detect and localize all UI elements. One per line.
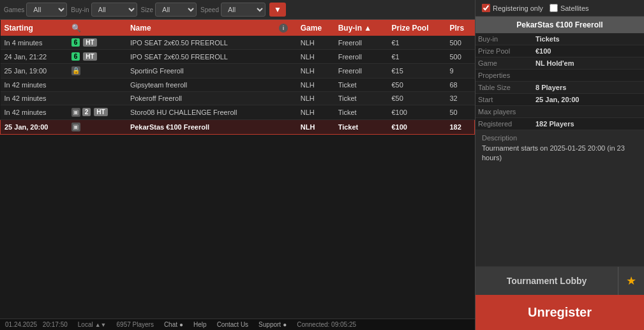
cell-prize: €1 bbox=[387, 36, 446, 50]
cell-prize: €50 bbox=[387, 92, 446, 105]
arrow-icon: ▲▼ bbox=[95, 322, 107, 328]
cell-badges bbox=[68, 92, 126, 105]
cell-info bbox=[275, 120, 297, 135]
col-buyin[interactable]: Buy-in ▲ bbox=[334, 20, 388, 36]
cell-game: NLH bbox=[297, 64, 334, 79]
cell-name: IPO SEAT 2x€0.50 FREEROLL bbox=[126, 36, 275, 50]
cell-info bbox=[275, 64, 297, 79]
badge-ht: HT bbox=[83, 52, 96, 61]
details-table: Buy-in Tickets Prize Pool €100 Game NL H… bbox=[476, 33, 644, 130]
badge-ht: HT bbox=[83, 38, 96, 47]
cell-plrs: 500 bbox=[446, 50, 474, 64]
col-starting: Starting bbox=[1, 20, 68, 36]
connected-status: Connected: 09:05:25 bbox=[297, 321, 356, 328]
description-text: Tournament starts on 2025-01-25 20:00 (i… bbox=[482, 144, 638, 163]
size-filter-group: Size All 2-max 6-max 8-max bbox=[141, 3, 197, 17]
table-row[interactable]: In 42 minutes ▣ 2 HT Storo08 HU CHALLENG… bbox=[1, 105, 475, 120]
tournaments-table-container: Starting 🔍 Name i Game Buy-in ▲ Prize Po… bbox=[0, 20, 475, 319]
cell-game: NLH bbox=[297, 105, 334, 120]
cell-name: Pokeroff Freeroll bbox=[126, 92, 275, 105]
detail-value-buyin: Tickets bbox=[533, 33, 644, 45]
date-time: 01.24.2025 20:17:50 bbox=[5, 321, 68, 328]
description-section: Description Tournament starts on 2025-01… bbox=[476, 130, 644, 167]
chat-icon: ● bbox=[179, 321, 183, 328]
detail-label-tablesize: Table Size bbox=[476, 82, 533, 94]
games-filter-group: Games All NLH PLO Mixed bbox=[4, 3, 67, 17]
cell-prize: €100 bbox=[387, 105, 446, 120]
table-row-selected[interactable]: 25 Jan, 20:00 ▣ PekarStas €100 Freeroll … bbox=[1, 120, 475, 135]
table-row[interactable]: 25 Jan, 19:00 🔒 SportinG Freeroll NLH Fr… bbox=[1, 64, 475, 79]
cell-plrs: 9 bbox=[446, 64, 474, 79]
satellites-checkbox-label[interactable]: Satellites bbox=[550, 4, 589, 12]
cell-game: NLH bbox=[297, 50, 334, 64]
chat-link[interactable]: Chat ● bbox=[164, 321, 183, 328]
filter-button[interactable]: ▼ bbox=[269, 3, 286, 17]
cell-starting: In 4 minutes bbox=[1, 36, 68, 50]
cell-badges: ▣ 2 HT bbox=[68, 105, 126, 120]
info-icon[interactable]: i bbox=[279, 24, 288, 33]
favorite-star-button[interactable]: ★ bbox=[618, 267, 644, 295]
tournament-lobby-button[interactable]: Tournament Lobby bbox=[476, 267, 618, 295]
games-select[interactable]: All NLH PLO Mixed bbox=[26, 3, 67, 17]
table-row[interactable]: In 42 minutes Gipsyteam freeroll NLH Tic… bbox=[1, 79, 475, 92]
support-link[interactable]: Support ● bbox=[258, 321, 287, 328]
filter-bar: Games All NLH PLO Mixed Buy-in All Freer… bbox=[0, 0, 475, 20]
tournament-title: PekarStas €100 Freeroll bbox=[476, 17, 644, 33]
detail-value-tablesize: 8 Players bbox=[533, 82, 644, 94]
buyin-filter-group: Buy-in All Freeroll Ticket €1-€10 bbox=[71, 3, 137, 17]
cell-buyin: Ticket bbox=[334, 92, 388, 105]
cell-badges: 6 HT bbox=[68, 36, 126, 50]
cell-badges bbox=[68, 79, 126, 92]
cell-starting: In 42 minutes bbox=[1, 92, 68, 105]
screen-icon: ▣ bbox=[71, 123, 80, 131]
games-label: Games bbox=[4, 6, 24, 13]
buyin-select[interactable]: All Freeroll Ticket €1-€10 bbox=[91, 3, 137, 17]
col-info[interactable]: i bbox=[275, 20, 297, 36]
cell-buyin: Freeroll bbox=[334, 36, 388, 50]
detail-row-properties: Properties bbox=[476, 70, 644, 82]
cell-info bbox=[275, 92, 297, 105]
cell-badges: 6 HT bbox=[68, 50, 126, 64]
cell-info bbox=[275, 50, 297, 64]
cell-buyin: Freeroll bbox=[334, 50, 388, 64]
help-link[interactable]: Help bbox=[193, 321, 207, 328]
cell-plrs: 50 bbox=[446, 105, 474, 120]
satellites-label: Satellites bbox=[560, 4, 589, 12]
cell-plrs: 68 bbox=[446, 79, 474, 92]
detail-label-buyin: Buy-in bbox=[476, 33, 533, 45]
cell-info bbox=[275, 105, 297, 120]
col-search[interactable]: 🔍 bbox=[68, 20, 126, 36]
badge-6: 6 bbox=[71, 52, 80, 61]
registering-only-checkbox-label[interactable]: Registering only bbox=[482, 4, 543, 12]
cell-plrs: 32 bbox=[446, 92, 474, 105]
cell-plrs: 500 bbox=[446, 36, 474, 50]
lock-icon: 🔒 bbox=[71, 66, 80, 75]
cell-game: NLH bbox=[297, 36, 334, 50]
speed-filter-group: Speed All Normal Turbo Hyper bbox=[200, 3, 266, 17]
detail-row-maxplayers: Max players bbox=[476, 106, 644, 118]
cell-game: NLH bbox=[297, 120, 334, 135]
contact-link[interactable]: Contact Us bbox=[217, 321, 248, 328]
cell-buyin: Ticket bbox=[334, 79, 388, 92]
star-icon: ★ bbox=[626, 274, 636, 287]
badge-6: 6 bbox=[71, 38, 80, 47]
table-row[interactable]: In 4 minutes 6 HT IPO SEAT 2x€0.50 FREER… bbox=[1, 36, 475, 50]
col-prize: Prize Pool bbox=[387, 20, 446, 36]
satellites-checkbox[interactable] bbox=[550, 4, 558, 12]
size-select[interactable]: All 2-max 6-max 8-max bbox=[155, 3, 197, 17]
table-row[interactable]: In 42 minutes Pokeroff Freeroll NLH Tick… bbox=[1, 92, 475, 105]
cell-starting: 25 Jan, 19:00 bbox=[1, 64, 68, 79]
unregister-button[interactable]: Unregister bbox=[476, 295, 644, 330]
players-count: 6957 Players bbox=[117, 321, 154, 328]
detail-value-game: NL Hold'em bbox=[533, 57, 644, 70]
speed-select[interactable]: All Normal Turbo Hyper bbox=[221, 3, 266, 17]
badge-2: 2 bbox=[82, 108, 91, 116]
right-panel: Registering only Satellites PekarStas €1… bbox=[475, 0, 644, 330]
local-indicator: Local ▲▼ bbox=[78, 321, 107, 328]
detail-value-registered: 182 Players bbox=[533, 118, 644, 130]
detail-label-properties: Properties bbox=[476, 70, 533, 82]
cell-starting: In 42 minutes bbox=[1, 79, 68, 92]
detail-row-tablesize: Table Size 8 Players bbox=[476, 82, 644, 94]
registering-only-checkbox[interactable] bbox=[482, 4, 490, 12]
table-row[interactable]: 24 Jan, 21:22 6 HT IPO SEAT 2x€0.50 FREE… bbox=[1, 50, 475, 64]
